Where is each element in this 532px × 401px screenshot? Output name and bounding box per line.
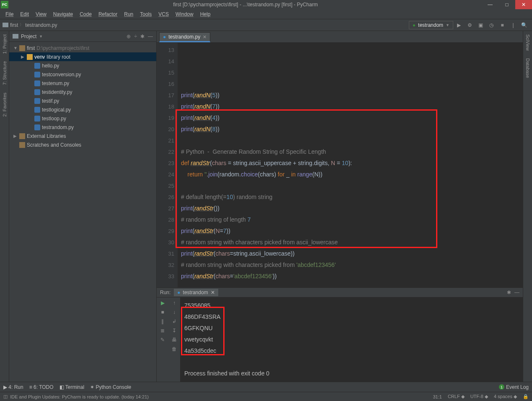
search-button[interactable]: 🔍 xyxy=(519,21,529,30)
gear-icon[interactable]: ✱ xyxy=(507,290,511,295)
pin-icon[interactable]: ✎ xyxy=(160,337,165,343)
code-line[interactable] xyxy=(181,78,523,90)
breadcrumb-file[interactable]: testrandom.py xyxy=(25,22,57,28)
tree-row[interactable]: ▶venv library root xyxy=(9,52,156,61)
tree-row[interactable]: hello.py xyxy=(9,61,156,70)
tree-row[interactable]: testidentity.py xyxy=(9,88,156,96)
breadcrumb-root[interactable]: first xyxy=(10,22,18,28)
tree-row[interactable]: Scratches and Consoles xyxy=(9,140,156,149)
close-button[interactable]: ✕ xyxy=(515,0,532,9)
hide-icon[interactable]: — xyxy=(148,34,153,39)
menu-help[interactable]: Help xyxy=(197,10,214,18)
tool-structure[interactable]: 7: Structure xyxy=(2,61,7,85)
pause-icon[interactable]: ‖ xyxy=(161,318,164,324)
tree-row[interactable]: testif.py xyxy=(9,96,156,105)
code-line[interactable]: # random string with characters picked f… xyxy=(181,237,523,248)
code-line[interactable]: print(randStr(N=7)) xyxy=(181,225,523,237)
chevron-down-icon[interactable]: ▼ xyxy=(39,34,43,39)
gear-icon[interactable]: ✱ xyxy=(140,34,145,39)
rerun-icon[interactable]: ▶ xyxy=(161,300,165,306)
arrow-icon[interactable]: ▼ xyxy=(13,46,18,50)
menu-edit[interactable]: Edit xyxy=(17,10,32,18)
menu-code[interactable]: Code xyxy=(77,10,95,18)
menu-window[interactable]: Window xyxy=(173,10,196,18)
tree-row[interactable]: testconversion.py xyxy=(9,70,156,79)
cursor-position[interactable]: 31:1 xyxy=(433,394,442,399)
up-icon[interactable]: ↑ xyxy=(173,300,176,306)
tree-row[interactable]: testenum.py xyxy=(9,79,156,88)
down-icon[interactable]: ↓ xyxy=(173,309,176,315)
project-panel-title[interactable]: Project xyxy=(21,34,36,39)
scroll-icon[interactable]: ↧ xyxy=(172,328,176,334)
code-line[interactable]: return ''.join(random.choice(chars) for … xyxy=(181,169,523,180)
code-line[interactable]: print(randStr(chars=string.ascii_lowerca… xyxy=(181,248,523,259)
tree-row[interactable]: ▶External Libraries xyxy=(9,132,156,140)
event-log-button[interactable]: 1Event Log xyxy=(499,384,529,390)
console-output[interactable]: 75356085486DF43SRA6GFKQNUvwetycqvkt4a53d… xyxy=(180,298,523,382)
coverage-button[interactable]: ▣ xyxy=(476,21,485,30)
project-tree[interactable]: ▼first D:\pycharmprojects\first▶venv lib… xyxy=(9,42,156,382)
locate-icon[interactable]: ⊕ xyxy=(127,34,131,39)
lock-icon[interactable]: 🔒 xyxy=(523,394,529,399)
menu-refactor[interactable]: Refactor xyxy=(96,10,120,18)
close-tab-icon[interactable]: ✕ xyxy=(203,34,207,40)
code-line[interactable]: # random string of length 7 xyxy=(181,214,523,225)
code-line[interactable]: print(randN(5)) xyxy=(181,90,523,101)
code-line[interactable]: # random string with characters picked f… xyxy=(181,259,523,271)
code-line[interactable]: print(randN(7)) xyxy=(181,101,523,112)
editor-tab[interactable]: ● testrandom.py ✕ xyxy=(159,32,210,42)
arrow-icon[interactable]: ▶ xyxy=(13,134,18,138)
bottom-tab[interactable]: ▶ 4: Run xyxy=(3,384,23,390)
code-line[interactable]: print(randStr()) xyxy=(181,203,523,214)
code-text[interactable]: print(randN(5))print(randN(7))print(rand… xyxy=(178,43,523,287)
profile-button[interactable]: ◷ xyxy=(487,21,496,30)
code-line[interactable]: print(randN(8)) xyxy=(181,124,523,135)
tool-favorites[interactable]: 2: Favorites xyxy=(2,93,7,116)
code-line[interactable]: def randStr(chars = string.ascii_upperca… xyxy=(181,158,523,169)
debug-button[interactable]: ⚙ xyxy=(465,21,474,30)
code-line[interactable] xyxy=(181,135,523,146)
line-gutter[interactable]: 1314151617181920212223242526272829303132… xyxy=(157,43,178,287)
menu-tools[interactable]: Tools xyxy=(137,10,155,18)
stop-button[interactable]: ■ xyxy=(498,21,507,30)
tool-project[interactable]: 1: Project xyxy=(2,34,7,54)
code-line[interactable]: # Python - Generate Random String of Spe… xyxy=(181,146,523,158)
wrap-icon[interactable]: ↲ xyxy=(172,318,176,324)
dump-icon[interactable]: ≣ xyxy=(160,328,165,334)
stop-icon[interactable]: ■ xyxy=(161,309,164,315)
maximize-button[interactable]: □ xyxy=(498,0,515,9)
tree-row[interactable]: testlogical.py xyxy=(9,105,156,114)
code-line[interactable]: # default length(=10) random string xyxy=(181,191,523,203)
indent[interactable]: 4 spaces ◆ xyxy=(494,394,517,399)
code-editor[interactable]: 1314151617181920212223242526272829303132… xyxy=(157,43,523,287)
code-line[interactable] xyxy=(181,180,523,191)
bottom-tab[interactable]: ≡ 6: TODO xyxy=(29,384,54,390)
line-ending[interactable]: CRLF ◆ xyxy=(448,394,465,399)
trash-icon[interactable]: 🗑 xyxy=(172,346,177,352)
breadcrumb[interactable]: first 〉 testrandom.py xyxy=(3,22,57,28)
encoding[interactable]: UTF-8 ◆ xyxy=(470,394,488,399)
bottom-tab[interactable]: ✶ Python Console xyxy=(90,384,131,390)
code-line[interactable]: print(randN(4)) xyxy=(181,112,523,124)
code-line[interactable] xyxy=(181,282,523,287)
tree-row[interactable]: testrandom.py xyxy=(9,123,156,132)
bottom-tab[interactable]: ◧ Terminal xyxy=(59,384,84,390)
arrow-icon[interactable]: ▶ xyxy=(21,54,25,59)
tree-row[interactable]: testloop.py xyxy=(9,114,156,123)
run-button[interactable]: ▶ xyxy=(454,21,463,30)
menu-navigate[interactable]: Navigate xyxy=(50,10,76,18)
print-icon[interactable]: 🖶 xyxy=(172,337,177,343)
close-icon[interactable]: ✕ xyxy=(211,290,215,295)
menu-vcs[interactable]: VCS xyxy=(155,10,172,18)
minimize-button[interactable]: — xyxy=(482,0,498,9)
tree-row[interactable]: ▼first D:\pycharmprojects\first xyxy=(9,44,156,52)
tool-sciview[interactable]: SciView xyxy=(525,34,530,51)
status-icon[interactable]: ◫ xyxy=(3,394,8,399)
collapse-icon[interactable]: ÷ xyxy=(134,34,137,39)
menu-run[interactable]: Run xyxy=(121,10,136,18)
run-configuration-select[interactable]: ● testrandom ▼ xyxy=(409,21,453,29)
code-line[interactable]: print(randStr(chars='abcdef123456')) xyxy=(181,271,523,282)
menu-view[interactable]: View xyxy=(33,10,49,18)
run-tab[interactable]: ● testrandom ✕ xyxy=(174,289,218,296)
menu-file[interactable]: File xyxy=(3,10,16,18)
